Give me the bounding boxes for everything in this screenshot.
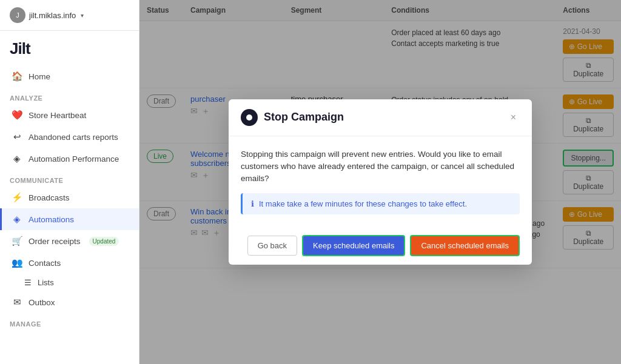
sidebar-item-automation-performance[interactable]: ◈ Automation Performance (0, 148, 139, 170)
heartbeat-icon: ❤️ (12, 110, 22, 121)
cancel-scheduled-button[interactable]: Cancel scheduled emails (410, 235, 520, 256)
sidebar-navigation: 🏠 Home ANALYZE ❤️ Store Heartbeat ↩ Aban… (0, 63, 139, 333)
sidebar-item-label: Home (29, 72, 50, 81)
home-icon: 🏠 (12, 71, 22, 82)
sidebar-item-outbox[interactable]: ✉ Outbox (0, 291, 139, 313)
outbox-icon: ✉ (12, 297, 22, 308)
sidebar-item-contacts[interactable]: 👥 Contacts (0, 252, 139, 274)
stop-campaign-modal: Stop Campaign × Stopping this campaign w… (229, 99, 532, 265)
avatar: J (10, 7, 25, 23)
cart-icon: ↩ (12, 131, 22, 142)
keep-scheduled-button[interactable]: Keep scheduled emails (302, 235, 405, 256)
sidebar-item-label: Lists (38, 278, 54, 287)
sidebar-item-label: Automation Performance (29, 154, 119, 164)
list-icon: ☰ (24, 278, 32, 287)
sidebar-section-analyze: ANALYZE (0, 87, 139, 104)
modal-info-text: It make take a few minutes for these cha… (259, 199, 467, 208)
go-back-button[interactable]: Go back (247, 236, 297, 256)
performance-icon: ◈ (12, 153, 22, 164)
order-icon: 🛒 (12, 236, 22, 247)
sidebar-section-manage: MANAGE (0, 313, 139, 330)
modal-title-text: Stop Campaign (264, 111, 344, 124)
sidebar-item-order-receipts[interactable]: 🛒 Order receipts Updated (0, 230, 139, 252)
sidebar-item-label: Contacts (29, 259, 61, 268)
sidebar: J jilt.miklas.info ▾ Jilt 🏠 Home ANALYZE… (0, 0, 139, 364)
modal-close-button[interactable]: × (507, 111, 520, 124)
modal-info-box: ℹ It make take a few minutes for these c… (241, 193, 520, 214)
modal-footer: Go back Keep scheduled emails Cancel sch… (229, 227, 532, 265)
sidebar-item-label: Abandoned carts reports (29, 133, 118, 142)
sidebar-section-communicate: COMMUNICATE (0, 170, 139, 187)
sidebar-item-abandoned-carts[interactable]: ↩ Abandoned carts reports (0, 126, 139, 148)
sidebar-item-automations[interactable]: ◈ Automations (0, 208, 139, 230)
updated-badge: Updated (89, 237, 119, 246)
modal-overlay: Stop Campaign × Stopping this campaign w… (139, 0, 621, 364)
main-content: Status Campaign Segment Conditions Actio… (139, 0, 621, 364)
contacts-icon: 👥 (12, 257, 22, 268)
sidebar-item-home[interactable]: 🏠 Home (0, 65, 139, 87)
automation-icon: ◈ (12, 214, 22, 225)
sidebar-header: J jilt.miklas.info ▾ (0, 0, 139, 31)
modal-title: Stop Campaign (241, 109, 344, 126)
account-switcher[interactable]: J jilt.miklas.info ▾ (10, 7, 84, 23)
account-name: jilt.miklas.info (29, 11, 76, 20)
sidebar-item-store-heartbeat[interactable]: ❤️ Store Heartbeat (0, 104, 139, 126)
sidebar-item-lists[interactable]: ☰ Lists (0, 274, 139, 291)
info-icon: ℹ (251, 199, 254, 208)
sidebar-item-broadcasts[interactable]: ⚡ Broadcasts (0, 187, 139, 208)
broadcast-icon: ⚡ (12, 192, 22, 203)
modal-description: Stopping this campaign will prevent new … (241, 148, 520, 185)
sidebar-item-label: Order receipts (29, 237, 81, 246)
jilt-logo: Jilt (0, 31, 139, 63)
sidebar-item-label: Store Heartbeat (29, 111, 86, 120)
sidebar-item-label: Automations (29, 215, 74, 224)
modal-header: Stop Campaign × (229, 99, 532, 136)
stop-icon (241, 109, 258, 126)
chevron-down-icon: ▾ (81, 12, 84, 19)
modal-body: Stopping this campaign will prevent new … (229, 136, 532, 227)
sidebar-item-label: Broadcasts (29, 193, 70, 202)
sidebar-item-label: Outbox (29, 298, 55, 307)
